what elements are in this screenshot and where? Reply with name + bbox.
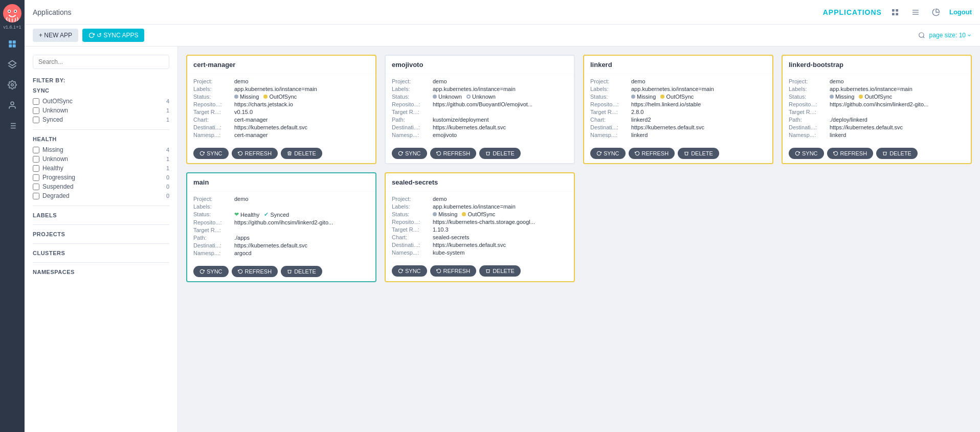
delete-button-sealed-secrets[interactable]: DELETE bbox=[479, 265, 521, 277]
sidebar-icon-apps[interactable] bbox=[3, 35, 21, 53]
sync-button-main[interactable]: SYNC bbox=[193, 266, 229, 277]
status-sync-sealed-secrets: OutOfSync bbox=[462, 211, 495, 217]
unknownhealth-checkbox[interactable] bbox=[33, 156, 39, 163]
status-sync-emojivoto: Unknown bbox=[466, 94, 496, 100]
toolbar: + NEW APP ↺ SYNC APPS page size: 10 bbox=[25, 25, 980, 47]
app-card-linkerd-bootstrap: linkerd-bootstrap Project:demo Labels:ap… bbox=[782, 55, 972, 164]
refresh-button-emojivoto[interactable]: REFRESH bbox=[430, 148, 477, 159]
app-card-body-main: Project:demo Labels: Status: ❤ Healthy ✔… bbox=[187, 192, 375, 262]
app-card-body-emojivoto: Project:demo Labels:app.kubernetes.io/in… bbox=[386, 74, 574, 144]
app-card-header-main[interactable]: main bbox=[187, 173, 375, 192]
app-name-linkerd: linkerd bbox=[590, 61, 612, 69]
status-sync-linkerd: OutOfSync bbox=[660, 94, 694, 100]
filter-unknown-sync[interactable]: Unknown 1 bbox=[33, 107, 169, 114]
sync-apps-label: ↺ SYNC APPS bbox=[97, 32, 138, 39]
filter-progressing[interactable]: Progressing 0 bbox=[33, 174, 169, 181]
app-card-sealed-secrets: sealed-secrets Project:demo Labels:app.k… bbox=[385, 172, 575, 282]
grid-view-icon[interactable] bbox=[888, 5, 902, 19]
status-sync-linkerd-bootstrap: OutOfSync bbox=[859, 94, 892, 100]
topbar-left: Applications bbox=[33, 8, 72, 16]
sync-apps-button[interactable]: ↺ SYNC APPS bbox=[82, 29, 144, 42]
status-health-cert-manager: Missing bbox=[234, 94, 259, 100]
topbar-title: Applications bbox=[33, 8, 72, 16]
sync-button-cert-manager[interactable]: SYNC bbox=[193, 148, 229, 159]
delete-button-emojivoto[interactable]: DELETE bbox=[479, 148, 521, 159]
sidebar-icon-user[interactable] bbox=[3, 96, 21, 115]
sync-button-linkerd-bootstrap[interactable]: SYNC bbox=[789, 148, 824, 159]
app-card-actions-cert-manager: SYNC REFRESH DELETE bbox=[187, 144, 375, 163]
sync-button-sealed-secrets[interactable]: SYNC bbox=[392, 265, 427, 277]
svg-rect-6 bbox=[13, 40, 16, 43]
filter-healthy[interactable]: Healthy 1 bbox=[33, 165, 169, 172]
refresh-button-linkerd-bootstrap[interactable]: REFRESH bbox=[827, 148, 874, 159]
sidebar-icon-gear[interactable] bbox=[3, 76, 21, 94]
delete-button-linkerd[interactable]: DELETE bbox=[678, 148, 719, 159]
app-card-header-linkerd[interactable]: linkerd bbox=[584, 56, 772, 74]
new-app-button[interactable]: + NEW APP bbox=[33, 29, 78, 42]
sidebar-icon-list[interactable] bbox=[3, 117, 21, 135]
delete-button-main[interactable]: DELETE bbox=[281, 266, 322, 277]
refresh-button-main[interactable]: REFRESH bbox=[232, 266, 278, 277]
list-view-icon[interactable] bbox=[908, 5, 923, 19]
outofsync-checkbox[interactable] bbox=[33, 98, 39, 105]
app-name-sealed-secrets: sealed-secrets bbox=[392, 178, 438, 186]
svg-rect-19 bbox=[896, 9, 898, 12]
sidebar-icon-layers[interactable] bbox=[3, 55, 21, 74]
svg-line-26 bbox=[923, 37, 924, 38]
unknownsync-checkbox[interactable] bbox=[33, 107, 39, 114]
search-input[interactable] bbox=[33, 55, 169, 69]
healthy-checkbox[interactable] bbox=[33, 165, 39, 172]
sync-button-linkerd[interactable]: SYNC bbox=[590, 148, 626, 159]
sidebar-version: v1.6.1+1 bbox=[4, 25, 21, 30]
topbar-right: APPLICATIONS Logout bbox=[823, 5, 972, 19]
delete-button-cert-manager[interactable]: DELETE bbox=[281, 148, 322, 159]
app-card-body-sealed-secrets: Project:demo Labels:app.kubernetes.io/in… bbox=[386, 192, 574, 261]
missing-checkbox[interactable] bbox=[33, 147, 39, 153]
degraded-checkbox[interactable] bbox=[33, 193, 39, 199]
refresh-button-cert-manager[interactable]: REFRESH bbox=[232, 148, 278, 159]
app-card-header-cert-manager[interactable]: cert-manager bbox=[187, 56, 375, 74]
filter-outofsync[interactable]: OutOfSync 4 bbox=[33, 98, 169, 105]
toolbar-left: + NEW APP ↺ SYNC APPS bbox=[33, 29, 144, 42]
filter-suspended[interactable]: Suspended 0 bbox=[33, 183, 169, 190]
app-card-actions-linkerd-bootstrap: SYNC REFRESH DELETE bbox=[783, 144, 971, 163]
progressing-checkbox[interactable] bbox=[33, 174, 39, 181]
logout-button[interactable]: Logout bbox=[949, 8, 972, 16]
suspended-label: Suspended bbox=[42, 183, 163, 190]
delete-button-linkerd-bootstrap[interactable]: DELETE bbox=[876, 148, 918, 159]
svg-rect-5 bbox=[9, 40, 12, 43]
missing-label: Missing bbox=[42, 146, 163, 153]
filter-degraded[interactable]: Degraded 0 bbox=[33, 192, 169, 199]
app-card-body-linkerd: Project:demo Labels:app.kubernetes.io/in… bbox=[584, 74, 772, 144]
filter-unknown-health[interactable]: Unknown 1 bbox=[33, 155, 169, 163]
app-title: APPLICATIONS bbox=[823, 8, 882, 16]
svg-point-11 bbox=[11, 102, 14, 105]
app-name-main: main bbox=[193, 178, 209, 186]
synced-count: 1 bbox=[166, 117, 169, 123]
refresh-button-sealed-secrets[interactable]: REFRESH bbox=[430, 265, 477, 277]
page-size-selector[interactable]: page size: 10 bbox=[929, 32, 972, 39]
content-area: FILTER BY: SYNC OutOfSync 4 Unknown 1 Sy… bbox=[25, 47, 980, 432]
app-card-actions-main: SYNC REFRESH DELETE bbox=[187, 262, 375, 281]
app-card-header-linkerd-bootstrap[interactable]: linkerd-bootstrap bbox=[783, 56, 971, 74]
status-health-linkerd: Missing bbox=[631, 94, 656, 100]
status-health-emojivoto: Unknown bbox=[433, 94, 462, 100]
healthy-label: Healthy bbox=[42, 165, 163, 172]
synced-checkbox[interactable] bbox=[33, 117, 39, 123]
sync-label: SYNC bbox=[33, 87, 169, 94]
suspended-checkbox[interactable] bbox=[33, 184, 39, 190]
search-icon bbox=[918, 32, 925, 39]
pie-chart-icon[interactable] bbox=[929, 5, 943, 19]
suspended-count: 0 bbox=[166, 184, 169, 190]
svg-point-25 bbox=[919, 33, 923, 37]
health-label: HEALTH bbox=[33, 136, 169, 142]
filter-synced[interactable]: Synced 1 bbox=[33, 116, 169, 123]
status-health-linkerd-bootstrap: Missing bbox=[830, 94, 854, 100]
sidebar: v1.6.1+1 bbox=[0, 0, 25, 432]
app-card-header-sealed-secrets[interactable]: sealed-secrets bbox=[386, 173, 574, 192]
app-card-header-emojivoto[interactable]: emojivoto bbox=[386, 56, 574, 74]
refresh-button-linkerd[interactable]: REFRESH bbox=[629, 148, 675, 159]
filter-missing[interactable]: Missing 4 bbox=[33, 146, 169, 153]
unknownsync-count: 1 bbox=[166, 107, 169, 113]
sync-button-emojivoto[interactable]: SYNC bbox=[392, 148, 427, 159]
